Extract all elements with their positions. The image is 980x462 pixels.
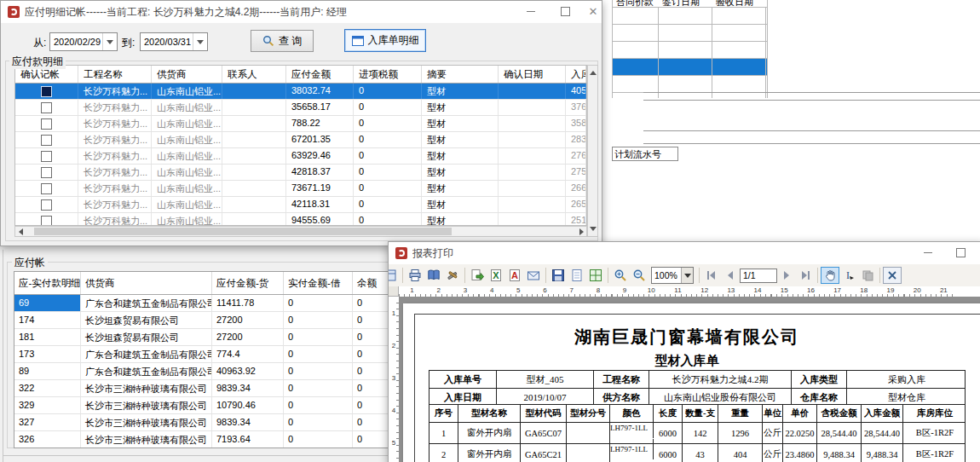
confirm-checkbox[interactable] — [41, 183, 52, 194]
chevron-down-icon[interactable] — [102, 33, 117, 50]
zoom-level-combo[interactable]: 100% — [651, 267, 694, 284]
scroll-left-icon[interactable] — [15, 227, 26, 236]
from-date-combo[interactable]: 2020/02/29 — [49, 32, 118, 51]
titlebar[interactable]: 应付明细记帐------当前工程: 长沙万科魅力之城4.2期------当前用户… — [1, 1, 602, 23]
close-button[interactable]: ✕ — [583, 1, 602, 22]
scrollbar-thumb[interactable] — [34, 228, 452, 235]
table-row[interactable]: 326 长沙市三湘特种玻璃有限公司 7193.64 0 0 — [14, 431, 391, 448]
confirm-checkbox[interactable] — [41, 135, 52, 146]
info-value: 山东南山铝业股份有限公司 — [649, 389, 792, 406]
column-header[interactable]: 应付金额 — [286, 66, 354, 83]
column-header[interactable]: 联系人 — [222, 66, 286, 83]
column-header[interactable]: 应-实付款明细ID — [14, 272, 81, 294]
page-indicator-input[interactable] — [740, 269, 777, 283]
print-preview-area[interactable]: 湖南巨晟门窗幕墙有限公司 型材入库单 入库单号 型材_405 工程名称 长沙万科… — [399, 297, 980, 462]
pdf-export-icon[interactable]: A — [505, 267, 524, 284]
table-row[interactable]: 329 长沙市三湘特种玻璃有限公司 10790.46 0 0 — [14, 397, 391, 414]
column-header[interactable]: 余额 — [353, 272, 391, 294]
confirm-checkbox[interactable] — [41, 167, 52, 178]
text-select-icon[interactable]: I — [839, 267, 858, 284]
last-page-icon[interactable] — [796, 267, 815, 284]
column-header[interactable]: 供货商 — [152, 66, 222, 83]
table-row-selected[interactable] — [613, 59, 767, 76]
column-header[interactable]: 摘要 — [422, 66, 499, 83]
hand-tool-icon[interactable] — [821, 267, 839, 284]
confirm-checkbox-cell — [15, 100, 78, 115]
chevron-down-icon[interactable] — [681, 268, 693, 283]
plan-serial-field[interactable]: 计划流水号 — [612, 147, 678, 161]
table-row[interactable]: 长沙万科魅力... 山东南山铝业... 42818.37 0 型材 275 — [15, 165, 586, 181]
maximize-button[interactable] — [948, 242, 973, 263]
table-row[interactable] — [613, 76, 767, 93]
from-label: 从: — [33, 36, 46, 50]
minimize-button[interactable] — [518, 1, 544, 22]
column-header[interactable]: 确认日期 — [499, 66, 566, 83]
table-row[interactable]: 174 长沙坦森贸易有限公司 27200 0 0 — [14, 312, 391, 329]
table-row[interactable]: 长沙万科魅力... 山东南山铝业... 35658.17 0 型材 376 — [15, 100, 586, 116]
column-header[interactable]: 进项税额 — [354, 66, 422, 83]
confirm-checkbox[interactable] — [41, 86, 52, 97]
table-row[interactable] — [613, 8, 767, 25]
column-header[interactable]: 供货商 — [81, 272, 212, 294]
copy-page-icon[interactable] — [858, 267, 877, 284]
titlebar[interactable]: 报表打印 — [389, 242, 980, 264]
settings-tools-icon[interactable] — [443, 267, 462, 284]
save-icon[interactable] — [549, 267, 568, 284]
mail-icon[interactable] — [524, 267, 543, 284]
maximize-button[interactable] — [552, 1, 578, 22]
table-row[interactable]: 322 长沙市三湘特种玻璃有限公司 9839.34 0 0 — [14, 380, 391, 397]
cell-paid: 0 — [284, 312, 353, 328]
zoom-out-icon[interactable] — [630, 267, 649, 284]
next-page-icon[interactable] — [777, 267, 796, 284]
table-row[interactable]: 长沙万科魅力... 山东南山铝业... 788.22 0 型材 358 — [15, 116, 586, 132]
horizontal-scrollbar[interactable] — [14, 226, 587, 237]
single-page-icon[interactable] — [568, 267, 586, 284]
table-row[interactable]: 长沙万科魅力... 山东南山铝业... 38032.74 0 型材 405 — [15, 84, 586, 100]
table-row[interactable] — [613, 93, 767, 98]
table-row[interactable]: 327 长沙市三湘特种玻璃有限公司 9839.34 0 0 — [14, 414, 391, 431]
table-row[interactable]: 69 广东合和建筑五金制品有限公司 11411.78 0 0 — [14, 295, 391, 312]
confirm-checkbox[interactable] — [41, 216, 52, 227]
table-row[interactable]: 长沙万科魅力... 山东南山铝业... 42118.31 0 型材 265 — [15, 197, 586, 213]
table-row[interactable]: 181 长沙坦森贸易有限公司 27200 0 0 — [14, 329, 391, 346]
close-button[interactable]: ✕ — [977, 242, 980, 263]
table-row[interactable]: 89 广东合和建筑五金制品有限公司 40963.92 0 0 — [14, 363, 391, 380]
minimize-button[interactable] — [915, 242, 941, 263]
book-preview-icon[interactable] — [424, 267, 443, 284]
confirm-checkbox[interactable] — [41, 199, 52, 211]
confirm-checkbox[interactable] — [41, 118, 52, 130]
to-date-combo[interactable]: 2020/03/31 — [140, 32, 208, 51]
report-toolbar: X A — [389, 264, 980, 287]
table-row[interactable]: 长沙万科魅力... 山东南山铝业... 73671.19 0 型材 266 — [15, 181, 586, 197]
table-row[interactable]: 长沙万科魅力... 山东南山铝业... 94555.69 0 型材 251 — [15, 213, 586, 226]
table-row[interactable] — [613, 25, 767, 42]
vertical-scrollbar[interactable] — [587, 65, 598, 237]
export-icon[interactable] — [468, 267, 487, 284]
confirm-checkbox[interactable] — [41, 151, 52, 162]
confirm-checkbox[interactable] — [41, 102, 52, 113]
multi-page-icon[interactable] — [586, 267, 605, 284]
table-row[interactable]: 长沙万科魅力... 山东南山铝业... 63929.46 0 型材 276 — [15, 148, 586, 165]
column-header[interactable]: 实付金额-借 — [284, 272, 353, 294]
close-preview-icon[interactable] — [883, 267, 902, 284]
excel-export-icon[interactable]: X — [487, 267, 505, 284]
scroll-down-icon[interactable] — [588, 224, 598, 234]
print-icon[interactable] — [406, 267, 424, 284]
table-row[interactable]: 173 广东合和建筑五金制品有限公司 774.4 0 0 — [14, 346, 391, 363]
column-header[interactable]: 应付金额-货 — [212, 272, 284, 294]
zoom-in-icon[interactable] — [611, 267, 630, 284]
column-header[interactable]: 工程名称 — [78, 66, 152, 83]
background-window: 合同价款签订日期验收日期 计划流水号 — [602, 0, 980, 241]
grid-panel-icon[interactable] — [388, 267, 400, 284]
chevron-down-icon[interactable] — [193, 33, 207, 50]
prev-page-icon[interactable] — [721, 267, 740, 284]
ruler-unit: 21 — [931, 286, 957, 297]
inbound-detail-button[interactable]: 入库单明细 — [344, 29, 426, 52]
first-page-icon[interactable] — [702, 267, 721, 284]
query-button[interactable]: 查 询 — [251, 30, 314, 52]
scroll-up-icon[interactable] — [588, 68, 598, 78]
scroll-right-icon[interactable] — [576, 227, 586, 236]
table-row[interactable]: 长沙万科魅力... 山东南山铝业... 67201.35 0 型材 283 — [15, 132, 586, 148]
table-row[interactable] — [613, 42, 767, 59]
column-header[interactable]: 入库 — [566, 66, 586, 83]
